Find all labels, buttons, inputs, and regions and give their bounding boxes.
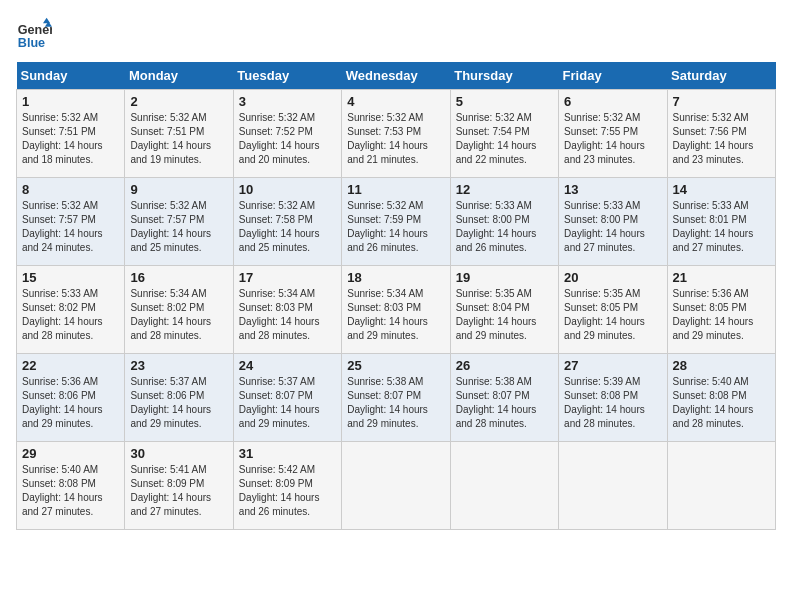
day-cell-27: 27Sunrise: 5:39 AMSunset: 8:08 PMDayligh… [559,354,667,442]
day-cell-16: 16Sunrise: 5:34 AMSunset: 8:02 PMDayligh… [125,266,233,354]
day-number: 4 [347,94,444,109]
day-number: 27 [564,358,661,373]
day-cell-14: 14Sunrise: 5:33 AMSunset: 8:01 PMDayligh… [667,178,775,266]
day-info: Sunrise: 5:39 AMSunset: 8:08 PMDaylight:… [564,376,645,429]
day-number: 10 [239,182,336,197]
header-tuesday: Tuesday [233,62,341,90]
day-number: 21 [673,270,770,285]
day-info: Sunrise: 5:37 AMSunset: 8:07 PMDaylight:… [239,376,320,429]
day-info: Sunrise: 5:32 AMSunset: 7:56 PMDaylight:… [673,112,754,165]
day-cell-21: 21Sunrise: 5:36 AMSunset: 8:05 PMDayligh… [667,266,775,354]
week-row-5: 29Sunrise: 5:40 AMSunset: 8:08 PMDayligh… [17,442,776,530]
day-info: Sunrise: 5:42 AMSunset: 8:09 PMDaylight:… [239,464,320,517]
day-number: 7 [673,94,770,109]
day-cell-11: 11Sunrise: 5:32 AMSunset: 7:59 PMDayligh… [342,178,450,266]
day-info: Sunrise: 5:36 AMSunset: 8:05 PMDaylight:… [673,288,754,341]
day-info: Sunrise: 5:33 AMSunset: 8:02 PMDaylight:… [22,288,103,341]
day-number: 13 [564,182,661,197]
day-cell-empty [667,442,775,530]
day-number: 3 [239,94,336,109]
week-row-3: 15Sunrise: 5:33 AMSunset: 8:02 PMDayligh… [17,266,776,354]
day-cell-24: 24Sunrise: 5:37 AMSunset: 8:07 PMDayligh… [233,354,341,442]
day-info: Sunrise: 5:35 AMSunset: 8:05 PMDaylight:… [564,288,645,341]
day-info: Sunrise: 5:41 AMSunset: 8:09 PMDaylight:… [130,464,211,517]
day-info: Sunrise: 5:35 AMSunset: 8:04 PMDaylight:… [456,288,537,341]
day-cell-9: 9Sunrise: 5:32 AMSunset: 7:57 PMDaylight… [125,178,233,266]
day-number: 29 [22,446,119,461]
day-info: Sunrise: 5:32 AMSunset: 7:52 PMDaylight:… [239,112,320,165]
day-cell-22: 22Sunrise: 5:36 AMSunset: 8:06 PMDayligh… [17,354,125,442]
day-cell-19: 19Sunrise: 5:35 AMSunset: 8:04 PMDayligh… [450,266,558,354]
calendar-table: Sunday Monday Tuesday Wednesday Thursday… [16,62,776,530]
day-info: Sunrise: 5:33 AMSunset: 8:00 PMDaylight:… [456,200,537,253]
day-cell-12: 12Sunrise: 5:33 AMSunset: 8:00 PMDayligh… [450,178,558,266]
day-cell-5: 5Sunrise: 5:32 AMSunset: 7:54 PMDaylight… [450,90,558,178]
day-cell-7: 7Sunrise: 5:32 AMSunset: 7:56 PMDaylight… [667,90,775,178]
day-number: 30 [130,446,227,461]
day-info: Sunrise: 5:32 AMSunset: 7:51 PMDaylight:… [130,112,211,165]
day-number: 18 [347,270,444,285]
day-info: Sunrise: 5:34 AMSunset: 8:03 PMDaylight:… [239,288,320,341]
day-cell-26: 26Sunrise: 5:38 AMSunset: 8:07 PMDayligh… [450,354,558,442]
day-number: 8 [22,182,119,197]
day-info: Sunrise: 5:32 AMSunset: 7:51 PMDaylight:… [22,112,103,165]
day-cell-25: 25Sunrise: 5:38 AMSunset: 8:07 PMDayligh… [342,354,450,442]
svg-marker-2 [43,18,50,23]
day-number: 14 [673,182,770,197]
day-info: Sunrise: 5:32 AMSunset: 7:57 PMDaylight:… [130,200,211,253]
day-cell-4: 4Sunrise: 5:32 AMSunset: 7:53 PMDaylight… [342,90,450,178]
header-saturday: Saturday [667,62,775,90]
day-cell-10: 10Sunrise: 5:32 AMSunset: 7:58 PMDayligh… [233,178,341,266]
day-info: Sunrise: 5:40 AMSunset: 8:08 PMDaylight:… [22,464,103,517]
day-cell-15: 15Sunrise: 5:33 AMSunset: 8:02 PMDayligh… [17,266,125,354]
day-cell-17: 17Sunrise: 5:34 AMSunset: 8:03 PMDayligh… [233,266,341,354]
day-cell-2: 2Sunrise: 5:32 AMSunset: 7:51 PMDaylight… [125,90,233,178]
day-cell-empty [450,442,558,530]
week-row-1: 1Sunrise: 5:32 AMSunset: 7:51 PMDaylight… [17,90,776,178]
day-number: 12 [456,182,553,197]
week-row-2: 8Sunrise: 5:32 AMSunset: 7:57 PMDaylight… [17,178,776,266]
day-cell-13: 13Sunrise: 5:33 AMSunset: 8:00 PMDayligh… [559,178,667,266]
day-number: 23 [130,358,227,373]
days-header-row: Sunday Monday Tuesday Wednesday Thursday… [17,62,776,90]
day-cell-6: 6Sunrise: 5:32 AMSunset: 7:55 PMDaylight… [559,90,667,178]
day-number: 1 [22,94,119,109]
day-cell-31: 31Sunrise: 5:42 AMSunset: 8:09 PMDayligh… [233,442,341,530]
header-wednesday: Wednesday [342,62,450,90]
day-number: 11 [347,182,444,197]
day-number: 31 [239,446,336,461]
day-cell-28: 28Sunrise: 5:40 AMSunset: 8:08 PMDayligh… [667,354,775,442]
day-number: 25 [347,358,444,373]
logo: General Blue [16,16,52,52]
day-info: Sunrise: 5:40 AMSunset: 8:08 PMDaylight:… [673,376,754,429]
day-number: 9 [130,182,227,197]
day-cell-3: 3Sunrise: 5:32 AMSunset: 7:52 PMDaylight… [233,90,341,178]
day-info: Sunrise: 5:34 AMSunset: 8:03 PMDaylight:… [347,288,428,341]
day-info: Sunrise: 5:33 AMSunset: 8:00 PMDaylight:… [564,200,645,253]
day-info: Sunrise: 5:37 AMSunset: 8:06 PMDaylight:… [130,376,211,429]
day-cell-30: 30Sunrise: 5:41 AMSunset: 8:09 PMDayligh… [125,442,233,530]
day-cell-1: 1Sunrise: 5:32 AMSunset: 7:51 PMDaylight… [17,90,125,178]
day-number: 26 [456,358,553,373]
day-info: Sunrise: 5:36 AMSunset: 8:06 PMDaylight:… [22,376,103,429]
day-number: 19 [456,270,553,285]
day-cell-8: 8Sunrise: 5:32 AMSunset: 7:57 PMDaylight… [17,178,125,266]
logo-icon: General Blue [16,16,52,52]
header: General Blue [16,16,776,52]
day-number: 15 [22,270,119,285]
day-number: 20 [564,270,661,285]
day-cell-empty [559,442,667,530]
day-number: 6 [564,94,661,109]
day-number: 5 [456,94,553,109]
day-info: Sunrise: 5:32 AMSunset: 7:53 PMDaylight:… [347,112,428,165]
day-cell-20: 20Sunrise: 5:35 AMSunset: 8:05 PMDayligh… [559,266,667,354]
day-info: Sunrise: 5:33 AMSunset: 8:01 PMDaylight:… [673,200,754,253]
day-cell-29: 29Sunrise: 5:40 AMSunset: 8:08 PMDayligh… [17,442,125,530]
day-info: Sunrise: 5:32 AMSunset: 7:54 PMDaylight:… [456,112,537,165]
day-info: Sunrise: 5:32 AMSunset: 7:59 PMDaylight:… [347,200,428,253]
header-monday: Monday [125,62,233,90]
header-thursday: Thursday [450,62,558,90]
day-number: 24 [239,358,336,373]
calendar-body: 1Sunrise: 5:32 AMSunset: 7:51 PMDaylight… [17,90,776,530]
day-info: Sunrise: 5:32 AMSunset: 7:55 PMDaylight:… [564,112,645,165]
